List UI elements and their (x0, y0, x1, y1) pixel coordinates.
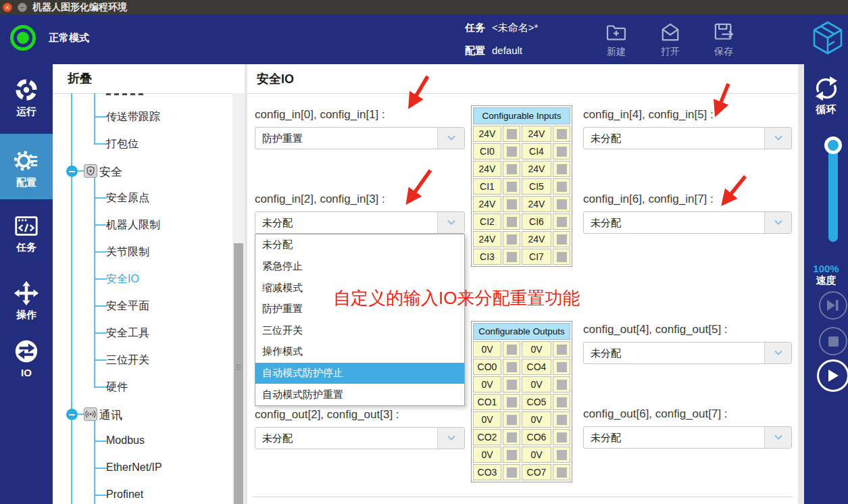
tree-scrollbar[interactable] (232, 93, 245, 504)
dropdown-option[interactable]: 自动模式防护重置 (255, 384, 464, 405)
io-terminal-cell (553, 213, 570, 230)
io-terminal-checkbox[interactable] (507, 147, 517, 157)
table-row: CI2CI6 (473, 213, 570, 230)
dropdown-button[interactable] (764, 343, 791, 363)
collapse-toggle-icon[interactable] (66, 409, 78, 420)
io-terminal-checkbox[interactable] (507, 199, 517, 209)
tree-item[interactable]: 三位开关 (53, 347, 232, 374)
io-terminal-checkbox[interactable] (507, 450, 517, 460)
io-pin-label: 24V (522, 196, 551, 212)
io-terminal-checkbox[interactable] (557, 468, 567, 478)
io-terminal-checkbox[interactable] (507, 182, 517, 192)
tree-item[interactable]: 传送带跟踪 (53, 103, 232, 130)
io-terminal-checkbox[interactable] (507, 415, 517, 425)
stop-button[interactable] (819, 327, 847, 355)
sidebar-item-label: 任务 (0, 241, 53, 254)
tree-item[interactable]: 安全工具 (53, 320, 232, 347)
collapse-toggle-icon[interactable] (66, 166, 78, 177)
dropdown-in23[interactable]: 未分配 (255, 211, 465, 234)
chevron-down-icon (774, 350, 783, 356)
io-terminal-checkbox[interactable] (507, 362, 517, 372)
io-terminal-checkbox[interactable] (507, 234, 517, 245)
io-terminal-checkbox[interactable] (557, 164, 567, 174)
io-terminal-checkbox[interactable] (557, 397, 567, 407)
speed-slider-handle[interactable] (824, 136, 842, 154)
tree-connector (94, 278, 107, 280)
minimize-icon[interactable]: − (18, 3, 27, 12)
dropdown-button[interactable] (437, 128, 464, 149)
io-terminal-checkbox[interactable] (557, 450, 567, 460)
io-terminal-checkbox[interactable] (507, 380, 517, 390)
io-pin-label: 0V (473, 411, 501, 428)
io-terminal-checkbox[interactable] (557, 345, 567, 355)
io-terminal-cell (553, 126, 570, 142)
io-terminal-checkbox[interactable] (507, 129, 517, 139)
close-icon[interactable]: × (3, 3, 12, 12)
dropdown-out45[interactable]: 未分配 (583, 342, 792, 364)
field-label-in45: config_in[4], config_in[5] : (583, 108, 714, 122)
io-terminal-checkbox[interactable] (557, 415, 567, 425)
dropdown-button[interactable] (437, 212, 464, 233)
save-button[interactable]: 保存 (703, 20, 745, 62)
tree-item[interactable]: 硬件 (53, 374, 232, 401)
dropdown-option[interactable]: 自动模式防护停止 (255, 363, 464, 384)
dropdown-option[interactable]: 未分配 (255, 234, 464, 256)
dropdown-out67[interactable]: 未分配 (583, 426, 792, 449)
tree-item[interactable]: EtherNet/IP (53, 455, 232, 482)
dropdown-in67[interactable]: 未分配 (583, 211, 792, 234)
sidebar-item-operate[interactable]: 操作 (0, 276, 53, 338)
chevron-down-icon (774, 135, 783, 141)
dropdown-button[interactable] (764, 427, 791, 448)
tree-item[interactable]: Modbus (53, 428, 232, 455)
dropdown-button[interactable] (764, 212, 791, 233)
sidebar-item-io[interactable]: IO (0, 334, 53, 397)
io-terminal-checkbox[interactable] (507, 397, 517, 407)
tree-item[interactable]: 打包位 (53, 130, 232, 157)
io-terminal-checkbox[interactable] (557, 252, 567, 262)
dropdown-in45[interactable]: 未分配 (583, 127, 792, 149)
open-button[interactable]: 打开 (649, 20, 691, 62)
tree-group-icon (84, 407, 97, 421)
io-terminal-checkbox[interactable] (507, 432, 517, 443)
play-button[interactable] (817, 359, 848, 392)
io-terminal-checkbox[interactable] (557, 129, 567, 139)
dropdown-button[interactable] (437, 428, 464, 449)
dropdown-button[interactable] (764, 128, 791, 149)
tree-item[interactable]: 安全平面 (53, 293, 232, 320)
folder-plus-icon (603, 20, 629, 45)
io-terminal-checkbox[interactable] (507, 217, 517, 227)
io-terminal-checkbox[interactable] (557, 432, 567, 443)
io-terminal-checkbox[interactable] (507, 164, 517, 174)
tree-group-item[interactable]: 安全 (53, 157, 232, 184)
step-button[interactable] (819, 291, 847, 320)
tree-scrollbar-thumb[interactable] (234, 243, 243, 504)
tree-item-label: 机器人限制 (106, 218, 160, 232)
io-terminal-checkbox[interactable] (557, 147, 567, 157)
sidebar-item-run[interactable]: 运行 (0, 73, 53, 135)
io-terminal-checkbox[interactable] (507, 252, 517, 262)
io-terminal-checkbox[interactable] (557, 234, 567, 245)
tree-item[interactable]: 安全原点 (53, 184, 232, 211)
io-terminal-checkbox[interactable] (507, 468, 517, 478)
sidebar-item-config[interactable]: 配置 (0, 134, 53, 199)
dropdown-out23[interactable]: 未分配 (255, 427, 465, 449)
io-terminal-cell (503, 464, 520, 480)
io-terminal-checkbox[interactable] (557, 182, 567, 192)
io-terminal-checkbox[interactable] (557, 217, 567, 227)
io-terminal-checkbox[interactable] (507, 345, 517, 355)
dropdown-option[interactable]: 操作模式 (255, 341, 464, 363)
tree-group-item[interactable]: 通讯 (53, 401, 232, 428)
tree-item[interactable]: 机器人限制 (53, 211, 232, 238)
sidebar-item-task[interactable]: 任务 (0, 209, 53, 271)
io-terminal-checkbox[interactable] (557, 199, 567, 209)
io-terminal-checkbox[interactable] (557, 362, 567, 372)
tree-item[interactable]: 关节限制 (53, 238, 232, 266)
dropdown-in01[interactable]: 防护重置 (255, 127, 465, 149)
dropdown-option[interactable]: 三位开关 (255, 320, 464, 342)
loop-icon[interactable] (812, 74, 841, 103)
tree-item[interactable]: 安全IO (53, 266, 232, 293)
dropdown-option[interactable]: 紧急停止 (255, 256, 464, 278)
tree-item[interactable]: Profinet (53, 482, 232, 504)
new-task-button[interactable]: 新建 (595, 20, 637, 62)
io-terminal-checkbox[interactable] (557, 380, 567, 390)
